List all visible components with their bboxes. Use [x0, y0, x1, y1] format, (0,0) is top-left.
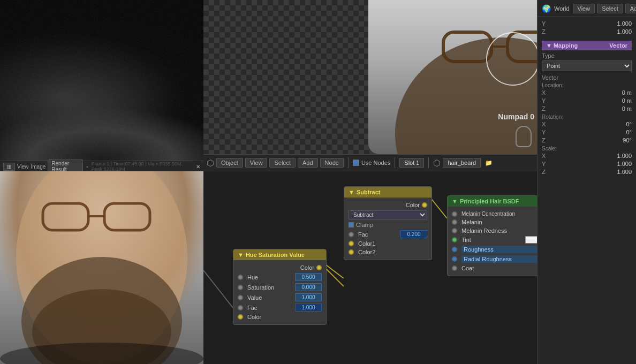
- hue-sat-color-input-row: Color: [238, 313, 322, 321]
- rot-y-value[interactable]: 0°: [626, 129, 632, 135]
- subtract-clamp[interactable]: Clamp: [349, 222, 373, 228]
- loc-z-value[interactable]: 0 m: [622, 105, 632, 112]
- slot-selector[interactable]: Slot 1: [399, 158, 424, 168]
- subtract-op-dropdown[interactable]: Subtract: [349, 210, 427, 219]
- close-img-editor-btn[interactable]: ✕: [196, 164, 200, 170]
- rot-y-label: Y: [542, 129, 546, 135]
- color-input-socket: [238, 314, 243, 320]
- hue-value[interactable]: 0.500: [295, 273, 322, 281]
- color2-label: Color2: [358, 249, 427, 255]
- image-btn[interactable]: Image: [31, 164, 46, 170]
- hue-sat-title-text: Hue Saturation Value: [246, 252, 305, 258]
- value-value[interactable]: 1.000: [295, 293, 322, 301]
- vector-label: Vector: [542, 74, 558, 81]
- loc-z-label: Z: [542, 105, 546, 112]
- scale-x-value[interactable]: 1.000: [617, 153, 632, 159]
- view-btn[interactable]: View: [245, 158, 268, 168]
- melanin-concentration-socket: [452, 211, 457, 217]
- scale-y-value[interactable]: 1.000: [617, 161, 632, 167]
- hue-sat-color-socket: [316, 265, 322, 270]
- svg-line-15: [203, 270, 237, 313]
- use-nodes-label: Use Nodes: [361, 160, 390, 166]
- filename-browse-btn[interactable]: 📁: [485, 160, 493, 166]
- node-hue-saturation[interactable]: ▼ Hue Saturation Value Color Hue 0.500: [233, 249, 327, 325]
- melanin-row: Melanin: [452, 218, 547, 226]
- add-btn[interactable]: Add: [298, 158, 318, 168]
- hue-sat-collapse-icon[interactable]: ▼: [238, 252, 244, 258]
- left-render-panel: [0, 0, 203, 161]
- principled-hair-title-text: Principled Hair BSDF: [460, 198, 519, 204]
- frame-icon-btn[interactable]: ⊞: [3, 163, 15, 171]
- svg-rect-0: [0, 0, 203, 161]
- node-btn[interactable]: Node: [320, 158, 344, 168]
- node-principled-hair[interactable]: ▼ Principled Hair BSDF Melanin Concentra…: [447, 195, 551, 276]
- tint-socket: [452, 237, 457, 242]
- fac-socket-subtract: [349, 232, 354, 237]
- scale-header: Scale:: [542, 146, 632, 151]
- mapping-section-header: ▼ Mapping Vector: [542, 41, 632, 50]
- select-btn[interactable]: Select: [269, 158, 296, 168]
- rot-x-value[interactable]: 0°: [626, 121, 632, 127]
- coord-z-row: Z 1.000: [542, 28, 632, 35]
- saturation-value[interactable]: 0.000: [295, 283, 322, 291]
- loc-y-value[interactable]: 0 m: [622, 97, 632, 104]
- use-nodes-toggle[interactable]: Use Nodes: [353, 160, 390, 166]
- mapping-vector-label: Vector: [609, 42, 627, 49]
- coord-z-value: 1.000: [617, 28, 632, 35]
- tint-row: Tint: [452, 235, 547, 245]
- right-panel-header-btns: View Select Add: [573, 4, 636, 13]
- right-panel-header: 🌍 World View Select Add: [537, 0, 636, 17]
- node-subtract[interactable]: ▼ Subtract Color Subtract: [344, 186, 432, 260]
- subtract-fac-row: Fac 0.200: [349, 229, 427, 239]
- roughness-socket: [452, 247, 457, 252]
- subtract-op-row: Subtract: [349, 209, 427, 221]
- hue-label: Hue: [247, 274, 293, 280]
- melanin-redness-socket: [452, 228, 457, 233]
- scale-y-label: Y: [542, 161, 546, 167]
- loc-x-value[interactable]: 0 m: [622, 89, 632, 96]
- scale-x-row: X 1.000: [542, 153, 632, 159]
- coord-y-row: Y 1.000: [542, 20, 632, 27]
- node-header-icon[interactable]: ⬡: [207, 158, 214, 168]
- mapping-collapse[interactable]: ▼: [546, 42, 554, 49]
- use-nodes-checkbox[interactable]: [353, 160, 359, 166]
- rp-add-btn[interactable]: Add: [625, 4, 636, 13]
- principled-hair-body: Melanin Concentration Melanin Melanin Re…: [448, 207, 551, 276]
- subtract-collapse-icon[interactable]: ▼: [349, 189, 354, 195]
- melanin-concentration-row: Melanin Concentration: [452, 210, 547, 218]
- spacer-1: [542, 36, 632, 41]
- saturation-socket: [238, 285, 243, 290]
- object-btn[interactable]: Object: [216, 158, 243, 168]
- rp-select-btn[interactable]: Select: [597, 4, 623, 13]
- fac-value-subtract[interactable]: 0.200: [400, 230, 427, 238]
- coord-z-label: Z: [542, 28, 546, 35]
- mapping-type-dropdown[interactable]: Point: [542, 60, 632, 71]
- header-divider-1: [348, 157, 349, 168]
- value-socket: [238, 295, 243, 300]
- scale-x-label: X: [542, 153, 546, 159]
- fac-value-hue[interactable]: 1.000: [295, 304, 322, 312]
- right-panel-body: Y 1.000 Z 1.000 ▼ Mapping Vector Type Po…: [537, 17, 636, 180]
- rp-view-btn[interactable]: View: [573, 4, 595, 13]
- filename-field[interactable]: hair_beard: [443, 158, 481, 168]
- mapping-title: Mapping: [554, 42, 578, 49]
- fac-label-hue: Fac: [247, 305, 293, 311]
- lower-face-svg: [0, 171, 203, 364]
- principled-hair-collapse-icon[interactable]: ▼: [452, 198, 458, 204]
- hue-sat-body: Color Hue 0.500 Saturation 0.000: [233, 260, 326, 324]
- saturation-label: Saturation: [247, 284, 293, 291]
- melanin-concentration-label: Melanin Concentration: [461, 211, 547, 217]
- rot-z-row: Z 90°: [542, 137, 632, 143]
- view-btn-img[interactable]: View: [17, 164, 29, 170]
- header-divider-2: [395, 157, 395, 168]
- scale-z-value[interactable]: 1.000: [617, 169, 632, 175]
- principled-hair-title: ▼ Principled Hair BSDF: [448, 196, 551, 207]
- clamp-checkbox[interactable]: [349, 222, 354, 228]
- subtract-output-label: Color: [349, 202, 420, 208]
- melanin-socket: [452, 219, 457, 225]
- world-label: World: [554, 5, 570, 12]
- right-properties-panel: 🌍 World View Select Add Y 1.000 Z 1.000 …: [537, 0, 636, 364]
- coat-socket: [452, 266, 457, 271]
- rot-z-value[interactable]: 90°: [623, 137, 632, 143]
- hue-sat-value-row: Value 1.000: [238, 292, 322, 302]
